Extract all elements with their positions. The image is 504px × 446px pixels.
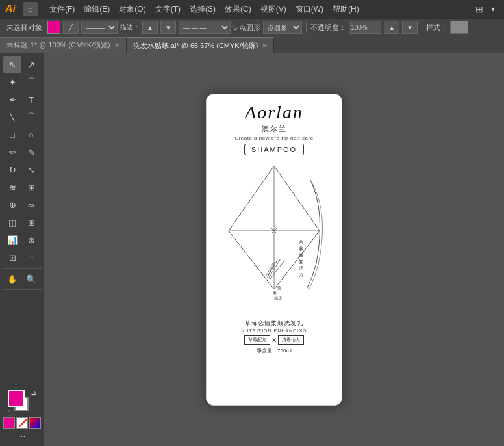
pencil-tool[interactable]: ✎ xyxy=(22,144,40,161)
tool-row-8: ≋ ⊞ xyxy=(3,179,40,196)
title-bar-right: ⊞ ▾ xyxy=(475,3,499,15)
svg-text:复: 复 xyxy=(299,259,303,265)
foreground-color[interactable] xyxy=(8,390,25,407)
menu-bar: 文件(F) 编辑(E) 对象(O) 文字(T) 选择(S) 效果(C) 视图(V… xyxy=(45,3,363,16)
app-logo: Ai xyxy=(5,3,16,15)
tool-sep-2 xyxy=(3,289,42,290)
menu-window[interactable]: 窗口(W) xyxy=(292,3,327,16)
menu-effect[interactable]: 效果(C) xyxy=(221,3,255,16)
tool-row-6: ✏ ✎ xyxy=(3,144,40,161)
reset-colors[interactable]: ⬛ xyxy=(8,410,15,416)
warp-tool[interactable]: ≋ xyxy=(3,179,21,196)
tool-row-9: ⊕ ∞ xyxy=(3,196,40,213)
arc-tool[interactable]: ⌒ xyxy=(22,109,40,125)
arrange-icon[interactable]: ▾ xyxy=(487,3,499,15)
home-icon[interactable]: ⌂ xyxy=(23,2,38,16)
tab-shampoo-label: 洗发水贴纸.ai* @ 66.67% (CMYK/轮廓) xyxy=(133,41,258,51)
magic-wand-tool[interactable]: ✦ xyxy=(3,73,21,90)
canvas-area: Aorlan 澳尔兰 Create a new era for hair car… xyxy=(44,53,504,446)
design-svg: 营 养 修 复 活 力 营 养 精华 xyxy=(216,159,333,315)
point-select[interactable]: 点圆形 xyxy=(263,21,302,34)
stroke-up[interactable]: ▲ xyxy=(142,21,158,34)
tool-row-7: ↻ ⤡ xyxy=(3,161,40,178)
tab-untitled-close[interactable]: ✕ xyxy=(114,42,120,49)
tab-shampoo-close[interactable]: ✕ xyxy=(262,42,267,49)
color-none[interactable] xyxy=(16,417,28,429)
grid-icon[interactable]: ⊞ xyxy=(475,4,483,14)
pen-tool[interactable]: ✒ xyxy=(3,91,21,108)
line-tool[interactable]: ╲ xyxy=(3,109,21,125)
opacity-up[interactable]: ▲ xyxy=(384,21,399,34)
svg-text:营: 营 xyxy=(299,240,303,245)
swap-colors[interactable]: ⇄ xyxy=(31,390,36,397)
point-label: 5 点圆形 xyxy=(233,23,260,33)
scale-tool[interactable]: ⤡ xyxy=(22,161,40,178)
free-transform[interactable]: ⊞ xyxy=(22,179,40,196)
svg-line-7 xyxy=(270,261,284,279)
opacity-down[interactable]: ▼ xyxy=(402,21,418,34)
type-tool[interactable]: T xyxy=(22,91,40,108)
lasso-tool[interactable]: ⌒ xyxy=(22,73,40,90)
shape-builder[interactable]: ⊕ xyxy=(3,196,21,213)
eraser-tool[interactable]: ◻ xyxy=(22,249,40,266)
menu-object[interactable]: 对象(O) xyxy=(115,3,149,16)
style-swatch[interactable] xyxy=(450,21,468,34)
svg-text:养: 养 xyxy=(273,291,277,295)
gradient-tool[interactable]: ◫ xyxy=(3,214,21,231)
toolbar: 未选择对象 ╱ ——— 描边： ▲ ▼ — — — 5 点圆形 点圆形 不透明度… xyxy=(0,18,504,36)
menu-text[interactable]: 文字(T) xyxy=(151,3,184,16)
brush-tool[interactable]: ✏ xyxy=(3,144,21,161)
chart-tool[interactable]: 📊 xyxy=(3,231,21,248)
tabs-bar: 未标题-1* @ 100% (CMYK/预览) ✕ 洗发水贴纸.ai* @ 66… xyxy=(0,36,504,53)
product-name-cn: 草莓恋情柔顺洗发乳 xyxy=(241,319,307,328)
stroke-icon[interactable]: ╱ xyxy=(63,21,79,34)
ellipse-tool[interactable]: ○ xyxy=(22,126,40,143)
color-gradient[interactable] xyxy=(29,417,41,429)
tool-row-3: ✒ T xyxy=(3,91,40,108)
menu-edit[interactable]: 编辑(E) xyxy=(80,3,114,16)
brand-logo: Aorlan xyxy=(245,102,303,123)
menu-help[interactable]: 帮助(H) xyxy=(329,3,363,16)
rotate-tool[interactable]: ↻ xyxy=(3,161,21,178)
slice-tool[interactable]: ⊡ xyxy=(3,249,21,266)
style-label: 样式： xyxy=(426,23,447,33)
tool-row-11: 📊 ⊛ xyxy=(3,231,40,248)
select-tool[interactable]: ↖ xyxy=(3,56,21,73)
stroke-down[interactable]: ▼ xyxy=(160,21,176,34)
tab-shampoo[interactable]: 洗发水贴纸.ai* @ 66.67% (CMYK/轮廓) ✕ xyxy=(127,37,275,53)
artboard: Aorlan 澳尔兰 Create a new era for hair car… xyxy=(206,94,342,406)
zoom-tool[interactable]: 🔍 xyxy=(22,270,40,287)
svg-text:活: 活 xyxy=(299,266,303,271)
main-area: ↖ ↗ ✦ ⌒ ✒ T ╲ ⌒ □ ○ ✏ ✎ ↻ ⤡ ≋ ⊞ xyxy=(0,53,504,446)
ingredient-badge: 草莓配方 ✕ 清香怡人 xyxy=(241,335,307,345)
mesh-tool[interactable]: ⊞ xyxy=(22,214,40,231)
brand-line: 澳尔兰 xyxy=(259,124,290,134)
rect-tool[interactable]: □ xyxy=(3,126,21,143)
opacity-label: 不透明度： xyxy=(310,23,346,33)
tool-row-5: □ ○ xyxy=(3,126,40,143)
svg-text:精华: 精华 xyxy=(274,296,282,300)
blend-tool[interactable]: ∞ xyxy=(22,196,40,213)
brand-tagline: Create a new era for hair care xyxy=(234,135,313,141)
toolbar-color[interactable] xyxy=(47,21,60,34)
color-stack: ⇄ ⬛ xyxy=(8,390,36,416)
svg-text:力: 力 xyxy=(299,272,303,278)
menu-select[interactable]: 选择(S) xyxy=(186,3,220,16)
menu-view[interactable]: 视图(V) xyxy=(257,3,290,16)
tab-untitled[interactable]: 未标题-1* @ 100% (CMYK/预览) ✕ xyxy=(0,37,127,53)
opacity-input[interactable] xyxy=(349,21,381,34)
more-tools[interactable]: ··· xyxy=(18,430,26,441)
symbol-tool[interactable]: ⊛ xyxy=(22,231,40,248)
svg-text:营: 营 xyxy=(277,286,281,290)
tool-row-1: ↖ ↗ xyxy=(3,56,40,73)
color-fill[interactable] xyxy=(3,417,15,429)
stroke-type-select[interactable]: ——— xyxy=(81,21,118,34)
ingredient-1: 草莓配方 xyxy=(244,335,270,345)
hand-tool[interactable]: ✋ xyxy=(3,270,21,287)
svg-text:养: 养 xyxy=(299,246,303,252)
stroke-select[interactable]: — — — xyxy=(179,21,231,34)
product-name-en: NUTRITION ENHANCING xyxy=(241,328,307,333)
ingredient-sep: ✕ xyxy=(271,337,277,344)
menu-file[interactable]: 文件(F) xyxy=(45,3,79,16)
direct-select-tool[interactable]: ↗ xyxy=(22,56,40,73)
